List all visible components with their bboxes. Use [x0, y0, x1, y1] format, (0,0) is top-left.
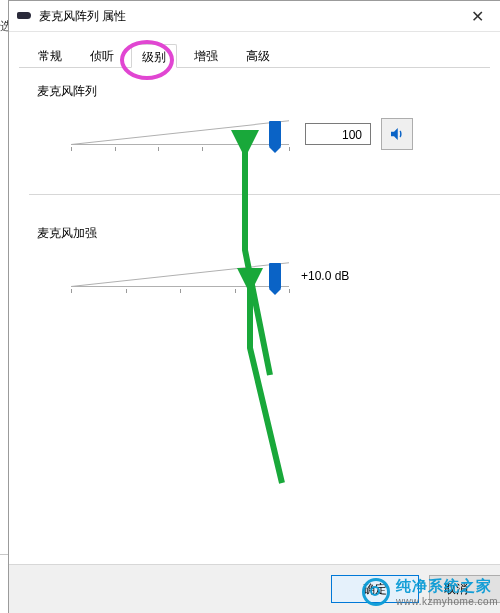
- mic-array-slider-thumb[interactable]: [269, 121, 281, 147]
- mic-array-label: 麦克风阵列: [37, 83, 482, 100]
- tab-levels[interactable]: 级别: [131, 44, 177, 68]
- speaker-icon: [388, 125, 406, 143]
- titlebar: 麦克风阵列 属性 ✕: [9, 1, 500, 32]
- mic-boost-value-text: +10.0 dB: [301, 269, 349, 283]
- microphone-icon: [17, 10, 33, 22]
- mic-array-slider[interactable]: [71, 117, 289, 151]
- window-title: 麦克风阵列 属性: [39, 8, 126, 25]
- ok-button[interactable]: 确定: [331, 575, 419, 603]
- tab-enhance[interactable]: 增强: [183, 44, 229, 68]
- close-button[interactable]: ✕: [455, 1, 500, 31]
- separator: [29, 194, 500, 195]
- close-icon: ✕: [471, 7, 484, 26]
- group-mic-array: 麦克风阵列 100: [37, 83, 482, 154]
- tab-bar: 常规 侦听 级别 增强 高级: [19, 42, 490, 68]
- dialog-button-bar: 确定 取消: [9, 564, 500, 613]
- properties-dialog: 麦克风阵列 属性 ✕ 常规 侦听 级别 增强 高级 麦克风阵列 100: [8, 0, 500, 613]
- mic-array-value-input[interactable]: 100: [305, 123, 371, 145]
- tab-content-levels: 麦克风阵列 100 麦克风加强: [19, 69, 500, 565]
- tab-listen[interactable]: 侦听: [79, 44, 125, 68]
- mic-boost-slider[interactable]: [71, 259, 289, 293]
- cancel-button[interactable]: 取消: [429, 575, 500, 603]
- tab-advanced[interactable]: 高级: [235, 44, 281, 68]
- mic-boost-slider-thumb[interactable]: [269, 263, 281, 289]
- tab-general[interactable]: 常规: [27, 44, 73, 68]
- mic-array-mute-button[interactable]: [381, 118, 413, 150]
- mic-boost-label: 麦克风加强: [37, 225, 482, 242]
- group-mic-boost: 麦克风加强 +10.0 dB: [37, 225, 482, 296]
